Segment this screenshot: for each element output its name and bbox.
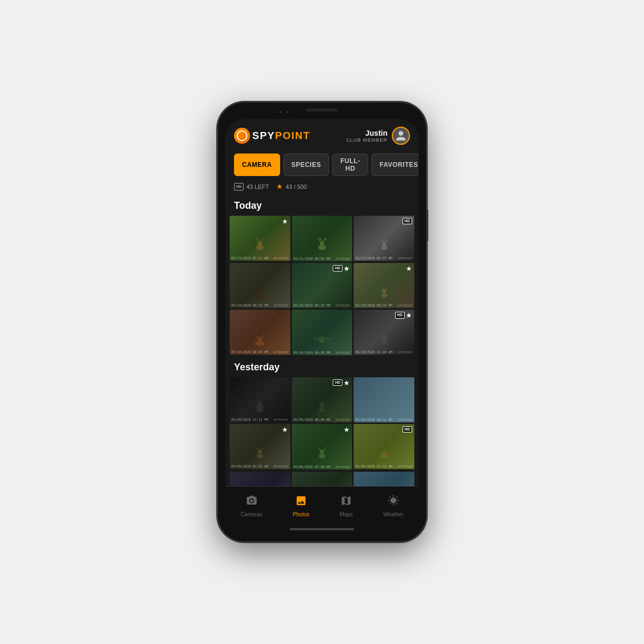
photo-t3[interactable]: HD 05/11/2020 06:37 AM SPYPOINT bbox=[354, 216, 414, 261]
fav-count: 43 / 500 bbox=[286, 184, 307, 190]
nav-cameras[interactable]: Cameras bbox=[236, 493, 267, 519]
user-info[interactable]: Justin CLUB MEMBER bbox=[346, 127, 410, 145]
power-button[interactable] bbox=[426, 209, 428, 241]
animal-y5 bbox=[314, 446, 330, 461]
animal-y6 bbox=[376, 450, 393, 459]
photo-t4[interactable]: 05/10/2020 09:22 PM SPYPOINT bbox=[230, 263, 290, 308]
svg-point-42 bbox=[257, 454, 263, 458]
tab-species[interactable]: SPECIES bbox=[283, 153, 330, 176]
photo-y4[interactable]: ★ 05/09/2020 07:55 AM SPYPOINT bbox=[230, 424, 290, 469]
photo-y1[interactable]: 05/09/2020 11:11 PM SPYPOINT bbox=[230, 377, 290, 422]
animal-t4 bbox=[251, 287, 269, 301]
timestamp-t2: 05/11/2020 06:55 AM bbox=[294, 257, 331, 260]
logo-wordmark: SPYPOINT bbox=[252, 130, 310, 142]
watermark-y6: SPYPOINT bbox=[398, 465, 413, 468]
tab-favorites[interactable]: FAVORITES bbox=[371, 153, 419, 176]
timestamp-t4: 05/10/2020 09:22 PM bbox=[231, 303, 268, 307]
animal-t3 bbox=[377, 238, 392, 253]
star-t5: ★ bbox=[343, 265, 350, 273]
user-role: CLUB MEMBER bbox=[346, 137, 387, 143]
watermark-y5: SPYPOINT bbox=[335, 465, 350, 469]
photo-y5[interactable]: ★ 05/09/2020 07:40 AM SPYPOINT bbox=[292, 424, 353, 470]
photo-p3[interactable]: 05/09/2020 06:31 AM bbox=[354, 472, 414, 487]
tab-fullhd[interactable]: FULL-HD bbox=[332, 153, 368, 176]
watermark-t5: SPYPOINT bbox=[335, 304, 350, 307]
timestamp-t9: 05/10/2020 11:30 AM bbox=[355, 350, 392, 354]
watermark-y2: SPYPOINT bbox=[335, 418, 350, 421]
svg-line-23 bbox=[324, 287, 328, 289]
photo-t7[interactable]: 05/10/2020 08:45 PM SPYPOINT bbox=[230, 310, 290, 355]
watermark-t4: SPYPOINT bbox=[274, 304, 289, 307]
photo-grid-today: ★ 05/11/2020 07:11 AM SPYPOINT bbox=[225, 216, 419, 355]
section-title-today: Today bbox=[225, 196, 419, 216]
photos-icon bbox=[295, 495, 307, 509]
svg-line-49 bbox=[324, 448, 325, 450]
photo-y2[interactable]: HD ★ 05/09/2020 08:46 AM SPYPOINT bbox=[292, 377, 353, 423]
photo-p2[interactable]: 05/09/2020 06:44 AM bbox=[292, 472, 353, 487]
svg-line-13 bbox=[385, 240, 387, 243]
svg-point-30 bbox=[258, 338, 262, 342]
svg-point-54 bbox=[250, 499, 253, 502]
hd-star-y2: HD ★ bbox=[333, 379, 350, 387]
nav-photos[interactable]: Photos bbox=[288, 493, 313, 519]
watermark-t1: SPYPOINT bbox=[274, 257, 289, 260]
timestamp-y2: 05/09/2020 08:46 AM bbox=[294, 418, 331, 421]
stats-bar: HD 43 LEFT ★ 43 / 500 bbox=[225, 180, 419, 196]
watermark-t9: SPYPOINT bbox=[398, 350, 413, 354]
timestamp-t7: 05/10/2020 08:45 PM bbox=[231, 350, 268, 354]
animal-t2 bbox=[314, 237, 330, 253]
phone-screen: SPYPOINT Justin CLUB MEMBER bbox=[225, 119, 419, 525]
photo-t1[interactable]: ★ 05/11/2020 07:11 AM SPYPOINT bbox=[230, 216, 290, 261]
hd-badge-t9: HD bbox=[395, 312, 405, 318]
timestamp-y5: 05/09/2020 07:40 AM bbox=[294, 465, 331, 469]
svg-line-3 bbox=[261, 238, 263, 241]
hd-badge-y6: HD bbox=[402, 426, 412, 433]
photo-t5[interactable]: HD ★ 05/10/2020 09:18 PM SPYPOINT bbox=[292, 263, 353, 309]
nav-maps[interactable]: Maps bbox=[335, 493, 357, 519]
app-header: SPYPOINT Justin CLUB MEMBER bbox=[225, 119, 419, 150]
stat-favorites: ★ 43 / 500 bbox=[276, 182, 307, 191]
home-indicator[interactable] bbox=[290, 528, 354, 530]
timestamp-t1: 05/11/2020 07:11 AM bbox=[231, 256, 268, 260]
photo-p1[interactable]: 05/09/2020 06:55 AM bbox=[230, 472, 290, 487]
timestamp-t3: 05/11/2020 06:37 AM bbox=[355, 256, 392, 260]
photo-t9[interactable]: HD ★ 05/10/2020 11:30 AM SPYPOINT bbox=[354, 310, 414, 355]
photo-y3[interactable]: 05/09/2020 08:12 AM SPYPOINT bbox=[354, 377, 414, 422]
star-badge-t6: ★ bbox=[406, 265, 412, 273]
photo-t6[interactable]: ★ 05/10/2020 09:14 PM SPYPOINT bbox=[354, 263, 414, 308]
timestamp-y3: 05/09/2020 08:12 AM bbox=[355, 418, 392, 421]
nav-weather[interactable]: Weather bbox=[379, 493, 408, 519]
svg-marker-32 bbox=[261, 335, 264, 338]
svg-point-16 bbox=[256, 290, 259, 292]
svg-line-2 bbox=[257, 238, 258, 241]
animal-y2 bbox=[314, 399, 330, 414]
hd-icon: HD bbox=[234, 183, 244, 191]
svg-line-27 bbox=[381, 287, 383, 289]
tab-camera[interactable]: CAMERA bbox=[234, 153, 280, 176]
screen-content[interactable]: SPYPOINT Justin CLUB MEMBER bbox=[225, 119, 419, 486]
svg-point-37 bbox=[382, 335, 386, 339]
user-avatar[interactable] bbox=[392, 127, 410, 145]
photo-y6[interactable]: HD 05/09/2020 07:22 AM SPYPOINT bbox=[354, 424, 414, 469]
animal-y4 bbox=[252, 446, 267, 461]
photo-t2[interactable]: 05/11/2020 06:55 AM SPYPOINT bbox=[292, 216, 353, 261]
nav-cameras-label: Cameras bbox=[240, 511, 262, 517]
svg-line-12 bbox=[382, 240, 383, 243]
hd-badge-y2: HD bbox=[333, 379, 342, 386]
photo-grid-partial: 05/09/2020 06:55 AM 05/09/2020 06:44 AM … bbox=[225, 472, 419, 487]
svg-point-25 bbox=[381, 293, 387, 297]
photo-grid-yesterday: 05/09/2020 11:11 PM SPYPOINT HD ★ 05/09/… bbox=[225, 377, 419, 470]
svg-point-20 bbox=[320, 288, 324, 292]
photo-t8[interactable]: 05/10/2020 08:30 PM SPYPOINT bbox=[292, 310, 353, 355]
svg-rect-38 bbox=[257, 405, 263, 412]
svg-line-45 bbox=[261, 448, 263, 450]
animal-t8 bbox=[312, 333, 332, 346]
watermark-t8: SPYPOINT bbox=[335, 351, 350, 354]
animal-t7 bbox=[251, 334, 268, 347]
star-badge-y4: ★ bbox=[282, 426, 288, 434]
animal-t6 bbox=[377, 285, 392, 300]
timestamp-t5: 05/10/2020 09:18 PM bbox=[294, 303, 331, 307]
svg-point-11 bbox=[382, 243, 386, 246]
svg-point-34 bbox=[320, 336, 324, 339]
star-y2: ★ bbox=[343, 379, 350, 387]
